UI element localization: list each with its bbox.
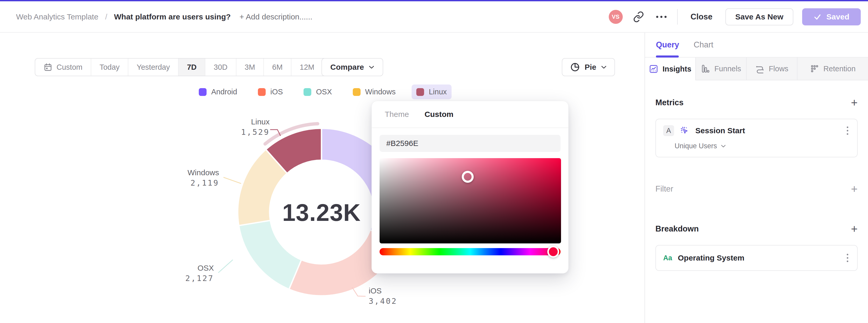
sidebar-content: Metrics + A Session Start Unique Use [645, 97, 868, 271]
tab-funnels[interactable]: Funnels [696, 58, 747, 80]
hex-color-input[interactable]: #B2596E [379, 135, 560, 152]
tab-theme[interactable]: Theme [385, 110, 409, 119]
slice-label-value: 3,402 [369, 296, 426, 306]
legend-label: OSX [316, 88, 332, 96]
breakdown-menu-button[interactable] [845, 252, 850, 264]
slice-label-name: iOS [369, 286, 426, 295]
app-root: Web Analytics Template / What platform a… [0, 0, 868, 323]
date-range-12m[interactable]: 12M [291, 59, 322, 76]
legend-item-ios[interactable]: iOS [253, 85, 287, 99]
breakdown-card[interactable]: Aa Operating System [655, 245, 858, 271]
event-spark-icon [680, 126, 690, 136]
sidebar-tabs: Query Chart [645, 33, 868, 58]
flows-icon [755, 64, 765, 73]
share-link-button[interactable] [631, 10, 646, 24]
header: Web Analytics Template / What platform a… [0, 1, 868, 33]
legend-label: Windows [365, 88, 396, 96]
add-breakdown-button[interactable]: + [851, 223, 858, 235]
hue-slider-thumb[interactable] [547, 246, 559, 258]
slice-label-value: 2,127 [171, 274, 214, 283]
date-range-label: Custom [57, 63, 83, 71]
legend-label: Linux [429, 88, 447, 96]
color-picker-popup: Theme Custom #B2596E [372, 101, 568, 273]
tab-retention[interactable]: Retention [798, 58, 868, 80]
analysis-type-tabs: Insights Funnels Flows [645, 58, 868, 80]
date-range-30d[interactable]: 30D [205, 59, 236, 76]
donut-total-value: 13.23K [270, 199, 373, 226]
tab-insights[interactable]: Insights [645, 58, 696, 80]
save-as-new-button[interactable]: Save As New [725, 8, 793, 25]
legend-item-osx[interactable]: OSX [299, 85, 337, 99]
metric-name: Session Start [695, 126, 839, 135]
metrics-section-header: Metrics + [655, 97, 858, 108]
compare-button[interactable]: Compare [321, 58, 383, 76]
header-actions: VS Close Save As New Saved [609, 1, 861, 32]
avatar[interactable]: VS [609, 10, 623, 24]
slice-label-name: OSX [171, 263, 214, 273]
add-filter-button[interactable]: + [851, 183, 858, 195]
breadcrumb-root[interactable]: Web Analytics Template [16, 12, 98, 21]
active-tab-underline [656, 56, 679, 58]
tab-label: Funnels [714, 65, 741, 73]
slice-label-name: Windows [168, 168, 219, 177]
tab-label: Flows [769, 65, 788, 73]
chevron-down-icon [721, 144, 726, 148]
insights-icon [649, 64, 658, 74]
ellipsis-icon [656, 16, 666, 18]
tab-chart[interactable]: Chart [694, 40, 713, 50]
chart-type-button[interactable]: Pie [562, 58, 615, 76]
metric-series-badge: A [663, 125, 674, 136]
pie-slice-osx[interactable] [239, 220, 301, 289]
metric-card[interactable]: A Session Start Unique Users [655, 119, 858, 157]
metric-menu-button[interactable] [845, 125, 850, 136]
slice-label-linux: Linux 1,529 [228, 117, 270, 137]
slice-label-ios: iOS 3,402 [369, 286, 426, 306]
slice-label-value: 2,119 [168, 179, 219, 188]
slice-label-windows: Windows 2,119 [168, 168, 219, 188]
legend-label: Android [211, 88, 237, 96]
legend-swatch [352, 88, 360, 96]
hue-slider[interactable] [379, 248, 560, 255]
legend-swatch [199, 88, 207, 96]
legend-swatch [258, 88, 266, 96]
date-range-today[interactable]: Today [91, 59, 128, 76]
chart-legend: Android iOS OSX Windows Linux [194, 85, 452, 99]
saved-button-label: Saved [827, 12, 849, 21]
date-range-yesterday[interactable]: Yesterday [128, 59, 178, 76]
legend-item-linux[interactable]: Linux [412, 85, 452, 99]
saved-button[interactable]: Saved [802, 8, 861, 25]
saturation-value-panel[interactable] [379, 158, 561, 244]
tab-flows[interactable]: Flows [747, 58, 798, 80]
tab-label: Insights [662, 65, 691, 73]
link-icon [633, 11, 644, 23]
more-options-button[interactable] [654, 10, 669, 24]
legend-swatch [304, 88, 311, 96]
tab-query[interactable]: Query [656, 40, 679, 50]
close-button[interactable]: Close [686, 12, 717, 22]
slice-label-name: Linux [228, 117, 270, 127]
aggregation-label: Unique Users [675, 142, 717, 150]
breakdown-heading: Breakdown [655, 224, 699, 233]
tab-custom[interactable]: Custom [425, 110, 454, 119]
breadcrumb: Web Analytics Template / What platform a… [0, 12, 312, 21]
date-range-custom[interactable]: Custom [35, 59, 91, 76]
legend-item-windows[interactable]: Windows [348, 85, 400, 99]
compare-label: Compare [330, 63, 364, 71]
saturation-cursor[interactable] [462, 171, 474, 183]
metrics-heading: Metrics [655, 98, 684, 107]
pie-chart-icon [570, 62, 580, 72]
header-divider [677, 9, 678, 25]
date-range-6m[interactable]: 6M [264, 59, 291, 76]
property-type-badge: Aa [663, 254, 672, 262]
filter-section-header: Filter + [655, 183, 858, 195]
metric-aggregation-dropdown[interactable]: Unique Users [675, 142, 850, 150]
date-range-7d[interactable]: 7D [178, 59, 205, 76]
legend-item-android[interactable]: Android [194, 85, 242, 99]
slice-label-osx: OSX 2,127 [171, 263, 214, 283]
breakdown-property-name: Operating System [678, 254, 839, 262]
report-title[interactable]: What platform are users using? [114, 12, 231, 21]
add-description-button[interactable]: + Add description...... [240, 12, 312, 21]
date-range-3m[interactable]: 3M [236, 59, 264, 76]
add-metric-button[interactable]: + [851, 97, 858, 108]
breadcrumb-separator: / [105, 12, 107, 21]
